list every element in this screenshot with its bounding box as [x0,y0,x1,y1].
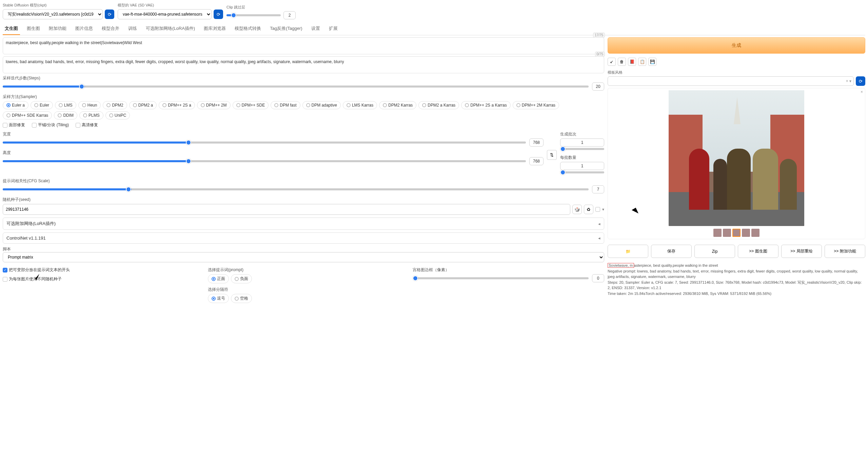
tab-4[interactable]: 模型合并 [100,23,121,35]
main-tabs: 文生图图生图附加功能图片信息模型合并训练可选附加网络(LoRA插件)图库浏览器模… [3,23,865,35]
model-select[interactable]: 写实\realisticVisionV20_v20.safetensors [c… [3,9,103,19]
clipboard-icon[interactable]: 📋 [638,58,646,66]
sampler-option[interactable]: DDIM [54,111,77,119]
sampler-option[interactable]: DPM++ 2S a [159,101,195,109]
negative-prompt[interactable]: lowres, bad anatomy, bad hands, text, er… [3,56,604,73]
positive-prompt[interactable]: masterpiece, best quality,people walking… [3,37,604,54]
batch-size-slider[interactable] [560,171,604,173]
save-button[interactable]: 保存 [651,245,692,258]
height-value[interactable]: 768 [529,157,544,165]
tab-7[interactable]: 图库浏览器 [202,23,228,35]
tab-1[interactable]: 图生图 [25,23,42,35]
thumb[interactable] [742,229,750,237]
arrow-icon[interactable]: ↙ [608,58,616,66]
sampler-option[interactable]: DPM2 a [129,101,157,109]
sampler-option[interactable]: DPM fast [271,101,300,109]
controlnet-collapse[interactable]: ControlNet v1.1.191◂ [3,232,604,244]
sampler-option[interactable]: DPM adaptive [302,101,341,109]
top-bar: Stable Diffusion 模型(ckpt) 写实\realisticVi… [3,3,865,19]
cfg-value[interactable]: 7 [592,185,604,193]
preview-image[interactable] [669,90,804,226]
refresh-model-button[interactable]: ⟳ [105,10,114,19]
style-refresh-button[interactable]: ⟳ [856,76,865,86]
style-select[interactable]: × ▾ [608,76,854,86]
pm-margin-slider[interactable] [413,277,589,279]
tab-8[interactable]: 模型格式转换 [233,23,263,35]
to-inpaint-button[interactable]: >> 局部重绘 [781,245,822,258]
steps-value[interactable]: 20 [592,82,604,91]
pm-opt1-checkbox[interactable]: 把可变部分放在提示词文本的开头 [3,267,194,273]
lora-collapse[interactable]: 可选附加网络(LoRA插件)◂ [3,218,604,230]
tiling-checkbox[interactable]: 平铺/分块 (Tiling) [32,122,69,128]
pm-margin-value[interactable]: 0 [592,274,604,282]
zip-button[interactable]: Zip [694,245,735,258]
steps-slider[interactable] [3,86,589,88]
sampler-option[interactable]: DPM2 a Karras [418,101,459,109]
vae-select[interactable]: vae-ft-mse-840000-ema-pruned.safetensors [118,9,212,19]
sampler-option[interactable]: DPM++ 2M [197,101,231,109]
sampler-option[interactable]: UniPC [105,111,130,119]
swap-wh-button[interactable]: ⇅ [547,150,557,160]
tab-0[interactable]: 文生图 [3,23,20,35]
face-restore-checkbox[interactable]: 面部修复 [3,122,25,128]
pm-opt2-checkbox[interactable]: 为每张图片使用不同随机种子 [3,276,194,282]
tab-3[interactable]: 图片信息 [73,23,95,35]
sampler-option[interactable]: Euler [31,101,53,109]
chevron-down-icon: ▾ [602,207,604,212]
trash-icon[interactable]: 🗑 [618,58,626,66]
sampler-option[interactable]: LMS Karras [343,101,377,109]
seed-random-button[interactable]: 🎲 [572,205,582,214]
tab-6[interactable]: 可选附加网络(LoRA插件) [144,23,197,35]
seed-input[interactable] [3,204,570,215]
clip-slider[interactable] [226,14,281,16]
batch-count-slider[interactable] [560,148,604,150]
generate-button[interactable]: 生成 [608,37,865,54]
thumb[interactable] [732,229,741,237]
sampler-option[interactable]: DPM++ 2S a Karras [461,101,510,109]
sampler-option[interactable]: LMS [55,101,76,109]
positive-counter: 17/75 [593,33,605,38]
pm-space-radio[interactable]: 空格 [231,294,252,303]
book-icon[interactable]: 📕 [628,58,636,66]
vae-label: 模型的 VAE (SD VAE) [118,3,223,8]
sampler-option[interactable]: DPM2 Karras [379,101,416,109]
tab-5[interactable]: 训练 [126,23,139,35]
sampler-option[interactable]: PLMS [79,111,103,119]
width-value[interactable]: 768 [529,138,544,147]
sampler-option[interactable]: Heun [78,101,101,109]
pm-comma-radio[interactable]: 逗号 [208,294,229,303]
sampler-option[interactable]: DPM2 [103,101,127,109]
refresh-vae-button[interactable]: ⟳ [214,10,223,19]
sampler-option[interactable]: DPM++ SDE Karras [3,111,52,119]
seed-reuse-button[interactable]: ♻ [584,205,593,214]
batch-count-value[interactable]: 1 [560,138,604,147]
open-folder-button[interactable]: 📁 [608,245,648,258]
tab-9[interactable]: Tag反推(Tagger) [268,23,304,35]
save-icon[interactable]: 💾 [648,58,656,66]
preview-panel: × [608,88,865,239]
script-select[interactable]: Prompt matrix [3,252,604,262]
thumb[interactable] [723,229,731,237]
clip-value[interactable]: 2 [283,11,296,19]
close-icon[interactable]: × ▾ [846,79,851,83]
height-slider[interactable] [3,160,526,162]
thumb[interactable] [713,229,722,237]
clip-skip: Clip 跳过层 2 [226,5,296,19]
thumb[interactable] [751,229,760,237]
batch-size-value[interactable]: 1 [560,162,604,170]
to-extras-button[interactable]: >> 附加功能 [825,245,865,258]
sampler-option[interactable]: Euler a [3,101,28,109]
cfg-slider[interactable] [3,188,589,190]
sampler-option[interactable]: DPM++ 2M Karras [513,101,559,109]
tab-10[interactable]: 设置 [309,23,322,35]
hires-checkbox[interactable]: 高清修复 [76,122,98,128]
preview-close-button[interactable]: × [861,90,863,94]
pm-negative-radio[interactable]: 负面 [231,274,252,283]
tab-11[interactable]: 扩展 [327,23,340,35]
width-slider[interactable] [3,142,526,144]
sampler-option[interactable]: DPM++ SDE [233,101,269,109]
tab-2[interactable]: 附加功能 [47,23,68,35]
seed-extra-checkbox[interactable] [595,207,600,212]
to-img2img-button[interactable]: >> 图生图 [738,245,778,258]
pm-positive-radio[interactable]: 正面 [208,274,229,283]
